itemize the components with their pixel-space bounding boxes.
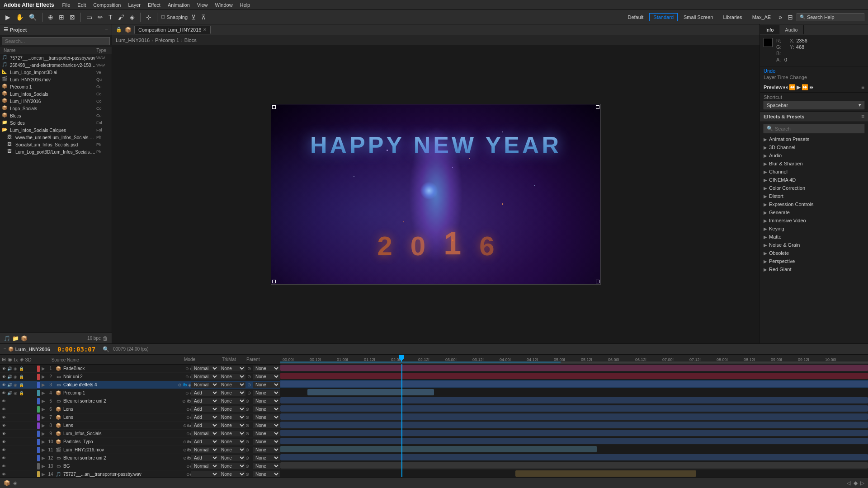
list-item[interactable]: 🎵 268498__-and-electromechanics-v2-150.w… — [0, 61, 112, 69]
toggle-motion-btn[interactable]: ◈ — [20, 357, 24, 362]
preview-skip-forward[interactable]: ⏭ — [809, 84, 815, 90]
camera-orbit[interactable]: ⊕ — [46, 13, 55, 22]
tl-keyframe-nav-fwd[interactable]: ▷ — [860, 480, 864, 486]
effects-category-item[interactable]: ▶Channel — [760, 168, 868, 176]
parent-select-2[interactable]: None — [253, 374, 280, 380]
menu-item-window[interactable]: Window — [211, 1, 236, 9]
trkmat-select-6[interactable]: None — [218, 406, 245, 412]
puppet-tool[interactable]: ⊹ — [144, 13, 153, 22]
workspace-max-ae[interactable]: Max_AE — [748, 13, 775, 21]
mode-select-7[interactable]: Add — [191, 414, 218, 420]
layer-expand-6[interactable]: ▶ — [41, 407, 46, 412]
layer-expand-7[interactable]: ▶ — [41, 415, 46, 420]
menu-item-file[interactable]: File — [59, 1, 74, 9]
visibility-switch[interactable]: 👁 — [1, 439, 6, 445]
shy-btn-3[interactable]: ⊙ — [178, 383, 182, 387]
parent-select-5[interactable]: None — [253, 398, 280, 404]
parent-select-4[interactable]: None — [253, 390, 280, 396]
effects-category-item[interactable]: ▶Generate — [760, 208, 868, 216]
lock-switch[interactable]: 🔒 — [19, 382, 24, 388]
effects-category-item[interactable]: ▶Blur & Sharpen — [760, 160, 868, 168]
trkmat-select-4[interactable]: None — [218, 390, 245, 396]
new-footage-btn[interactable]: 🎵 — [4, 335, 10, 342]
visibility-switch[interactable]: 👁 — [1, 382, 6, 388]
work-area-bar[interactable] — [280, 361, 868, 363]
layer-expand-2[interactable]: ▶ — [41, 374, 46, 379]
parent-select-13[interactable]: None — [253, 463, 280, 469]
preview-skip-back[interactable]: ⏮ — [783, 84, 788, 90]
list-item[interactable]: 📂 Lum_Infos_Socials Calques Fol — [0, 127, 112, 134]
solo-switch[interactable]: ◉ — [13, 390, 18, 396]
mode-select-11[interactable]: Normal — [191, 447, 218, 453]
effects-category-item[interactable]: ▶Color Correction — [760, 184, 868, 192]
layer-expand-8[interactable]: ▶ — [41, 423, 46, 428]
parent-select-1[interactable]: None — [253, 366, 280, 371]
menu-item-effect[interactable]: Effect — [144, 1, 164, 9]
trkmat-select-2[interactable]: None — [218, 374, 245, 380]
trkmat-select-10[interactable]: None — [218, 439, 245, 445]
layer-row[interactable]: 👁 ▶ 7 📦 Lens ⊙/ Add None ⊙ None — [0, 413, 280, 422]
list-item[interactable]: 📦 Blocs Co — [0, 112, 112, 119]
parent-select-14[interactable]: None — [253, 471, 280, 477]
shy-btn-5[interactable]: ⊙ — [182, 399, 186, 404]
text-tool[interactable]: T — [107, 13, 114, 22]
motion-sketch[interactable]: ⊻ — [189, 13, 198, 22]
trkmat-select-5[interactable]: None — [218, 398, 245, 404]
effects-category-item[interactable]: ▶Noise & Grain — [760, 241, 868, 249]
shortcut-value[interactable]: Spacebar ▾ — [764, 101, 864, 109]
mode-select-3[interactable]: Normal — [191, 382, 218, 388]
effects-search-box[interactable]: 🔍 — [764, 124, 864, 133]
list-item[interactable]: 🖼 Lum_Log_port3D/Lum_Infos_Socials.psd P… — [0, 148, 112, 155]
audio-switch[interactable]: 🔊 — [7, 374, 12, 380]
mode-select-6[interactable]: Add — [191, 406, 218, 412]
effects-category-item[interactable]: ▶CINEMA 4D — [760, 176, 868, 184]
effects-category-item[interactable]: ▶Perspective — [760, 257, 868, 265]
toggle-fx-btn[interactable]: fx — [14, 357, 18, 362]
parent-select-10[interactable]: None — [253, 439, 280, 445]
effects-category-item[interactable]: ▶Keying — [760, 225, 868, 233]
lock-switch[interactable]: 🔒 — [19, 390, 24, 396]
layer-row[interactable]: 👁 🔊 ◉ 🔒 ▶ 4 📦 Précomp 1 ⊙ / Add — [0, 389, 280, 397]
parent-select-7[interactable]: None — [253, 414, 280, 420]
project-search-input[interactable] — [2, 37, 110, 45]
preview-menu-btn[interactable]: ≡ — [861, 84, 864, 90]
trkmat-select-14[interactable]: None — [218, 471, 245, 477]
layer-row[interactable]: 👁 ▶ 6 📦 Lens ⊙/ Add None ⊙ None — [0, 405, 280, 413]
rect-tool[interactable]: ▭ — [85, 13, 94, 22]
visibility-switch[interactable]: 👁 — [1, 431, 6, 436]
workspace-default[interactable]: Default — [624, 13, 648, 21]
layer-expand-11[interactable]: ▶ — [41, 447, 46, 452]
layer-expand-5[interactable]: ▶ — [41, 399, 46, 404]
new-folder-btn[interactable]: 📁 — [12, 335, 19, 342]
effects-category-item[interactable]: ▶Immersive Video — [760, 216, 868, 225]
lock-switch[interactable]: 🔒 — [19, 366, 24, 371]
menu-item-edit[interactable]: Edit — [74, 1, 90, 9]
workspace-small-screen[interactable]: Small Screen — [679, 13, 717, 21]
menu-item-layer[interactable]: Layer — [124, 1, 144, 9]
visibility-switch[interactable]: 👁 — [1, 464, 6, 469]
zoom-tool[interactable]: 🔍 — [27, 13, 38, 22]
effects-category-item[interactable]: ▶Matte — [760, 233, 868, 241]
layer-expand-12[interactable]: ▶ — [41, 455, 46, 460]
search-help-box[interactable]: 🔍 Search Help — [797, 13, 864, 21]
visibility-switch[interactable]: 👁 — [1, 423, 6, 428]
trkmat-select-8[interactable]: None — [218, 422, 245, 428]
visibility-switch[interactable]: 👁 — [1, 455, 6, 461]
tl-keyframe-add[interactable]: ◆ — [854, 480, 858, 486]
pen-tool[interactable]: ✏ — [96, 13, 105, 22]
trkmat-select-7[interactable]: None — [218, 414, 245, 420]
layer-row[interactable]: 👁 🔊 ◉ 🔒 ▶ 1 📦 FadeBlack ⊙ / Normal — [0, 365, 280, 373]
layer-row[interactable]: 👁 ▶ 11 🎬 Lum_HNY2016.mov ⊙/fx Normal Non… — [0, 446, 280, 454]
mode-select-4[interactable]: Add — [191, 390, 218, 396]
tab-composition[interactable]: Composition Lum_HNY2016 ✕ — [134, 26, 211, 34]
visibility-switch[interactable]: 👁 — [1, 374, 6, 380]
parent-select-3[interactable]: None — [253, 382, 280, 388]
audio-switch[interactable]: 🔊 — [7, 366, 12, 371]
toggle-3d-btn[interactable]: 3D — [25, 357, 32, 362]
mode-select-13[interactable]: Normal — [191, 463, 218, 469]
layer-row[interactable]: 👁 ▶ 12 ▭ Bleu roi sombre uni 2 ⊙/fx Add … — [0, 454, 280, 462]
time-ruler[interactable]: 00:00f 00:12f 01:00f 01:12f 02:00f 02:12… — [280, 355, 868, 364]
breadcrumb-precomp[interactable]: Précomp 1 — [155, 38, 179, 43]
layer-expand-1[interactable]: ▶ — [41, 366, 46, 371]
layer-expand-13[interactable]: ▶ — [41, 464, 46, 469]
